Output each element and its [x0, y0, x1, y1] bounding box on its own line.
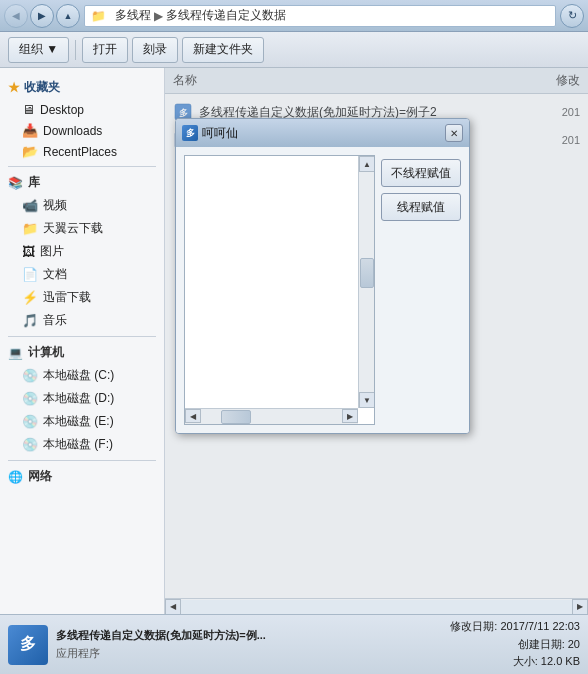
- modified-label: 修改日期:: [450, 620, 497, 632]
- organize-button[interactable]: 组织 ▼: [8, 37, 69, 63]
- sidebar-disk-d-label: 本地磁盘 (D:): [43, 390, 114, 407]
- sidebar-xunlei-label: 迅雷下载: [43, 289, 91, 306]
- dialog-icon: 多: [182, 125, 198, 141]
- sidebar-disk-f-label: 本地磁盘 (F:): [43, 436, 113, 453]
- dialog-title-label: 呵呵仙: [202, 125, 238, 142]
- sidebar-item-disk-d[interactable]: 💿 本地磁盘 (D:): [0, 387, 164, 410]
- status-modified: 修改日期: 2017/7/11 22:03: [450, 618, 580, 636]
- sidebar-desktop-label: Desktop: [40, 103, 84, 117]
- sidebar-divider3: [8, 460, 156, 461]
- forward-button[interactable]: ▶: [30, 4, 54, 28]
- up-button[interactable]: ▲: [56, 4, 80, 28]
- sidebar-computer-header[interactable]: 💻 计算机: [0, 341, 164, 364]
- nav-buttons: ◀ ▶ ▲: [4, 4, 80, 28]
- sidebar-network-header[interactable]: 🌐 网络: [0, 465, 164, 488]
- dialog-buttons: 不线程赋值 线程赋值: [381, 155, 461, 425]
- dialog-overlay: 多 呵呵仙 ✕ ▲ ▼ ◀: [165, 68, 588, 614]
- dialog-list-area[interactable]: ▲ ▼ ◀ ▶: [184, 155, 375, 425]
- dialog-title-text: 多 呵呵仙: [182, 125, 238, 142]
- sidebar-item-xunlei[interactable]: ⚡ 迅雷下载: [0, 286, 164, 309]
- sidebar-favorites-header[interactable]: ★ 收藏夹: [0, 76, 164, 99]
- btn-no-thread[interactable]: 不线程赋值: [381, 159, 461, 187]
- folder-icon-disk-d: 💿: [22, 391, 38, 406]
- folder-icon-xunlei: ⚡: [22, 290, 38, 305]
- status-file-icon: 多: [8, 625, 48, 665]
- sidebar-item-downloads[interactable]: 📥 Downloads: [0, 120, 164, 141]
- status-bar: 多 多线程传递自定义数据(免加延时方法)=例... 应用程序 修改日期: 201…: [0, 614, 588, 674]
- sidebar-divider1: [8, 166, 156, 167]
- sidebar-computer-label: 计算机: [28, 344, 64, 361]
- title-bar: ◀ ▶ ▲ 📁 多线程 ▶ 多线程传递自定义数据 ↻: [0, 0, 588, 32]
- sidebar-item-disk-c[interactable]: 💿 本地磁盘 (C:): [0, 364, 164, 387]
- breadcrumb-part2[interactable]: 多线程传递自定义数据: [166, 7, 286, 24]
- content-hscroll[interactable]: ◀ ▶: [165, 598, 588, 614]
- sidebar-network-label: 网络: [28, 468, 52, 485]
- sidebar-item-recent[interactable]: 📂 RecentPlaces: [0, 141, 164, 162]
- dialog-scrollbar-thumb-h[interactable]: [221, 410, 251, 424]
- back-button[interactable]: ◀: [4, 4, 28, 28]
- scroll-right-arrow[interactable]: ▶: [342, 409, 358, 423]
- modified-date: 2017/7/11 22:03: [500, 620, 580, 632]
- folder-icon-recent: 📂: [22, 144, 38, 159]
- sidebar-tianyi-label: 天翼云下载: [43, 220, 103, 237]
- scroll-left-arrow[interactable]: ◀: [185, 409, 201, 423]
- scroll-up-arrow[interactable]: ▲: [359, 156, 375, 172]
- sidebar-disk-c-label: 本地磁盘 (C:): [43, 367, 114, 384]
- breadcrumb-part1[interactable]: 多线程: [115, 7, 151, 24]
- folder-icon-disk-f: 💿: [22, 437, 38, 452]
- scroll-down-arrow[interactable]: ▼: [359, 392, 375, 408]
- new-folder-button[interactable]: 新建文件夹: [182, 37, 264, 63]
- sidebar-section-favorites: ★ 收藏夹 🖥 Desktop 📥 Downloads 📂 RecentPlac…: [0, 76, 164, 162]
- status-size: 大小: 12.0 KB: [450, 653, 580, 671]
- sidebar-library-header[interactable]: 📚 库: [0, 171, 164, 194]
- breadcrumb-arrow: ▶: [154, 9, 163, 23]
- dialog-scrollbar-vertical[interactable]: ▲ ▼: [358, 156, 374, 408]
- sidebar-item-disk-e[interactable]: 💿 本地磁盘 (E:): [0, 410, 164, 433]
- content-scroll-right[interactable]: ▶: [572, 599, 588, 615]
- dialog-title-bar: 多 呵呵仙 ✕: [176, 119, 469, 147]
- sidebar-item-docs[interactable]: 📄 文档: [0, 263, 164, 286]
- sidebar-video-label: 视频: [43, 197, 67, 214]
- toolbar: 组织 ▼ 打开 刻录 新建文件夹: [0, 32, 588, 68]
- folder-icon-disk-c: 💿: [22, 368, 38, 383]
- burn-button[interactable]: 刻录: [132, 37, 178, 63]
- sidebar-section-network: 🌐 网络: [0, 465, 164, 488]
- toolbar-sep1: [75, 40, 76, 60]
- sidebar-item-disk-f[interactable]: 💿 本地磁盘 (F:): [0, 433, 164, 456]
- status-dates: 修改日期: 2017/7/11 22:03 创建日期: 20 大小: 12.0 …: [450, 618, 580, 671]
- library-icon: 📚: [8, 176, 23, 190]
- folder-icon-desktop: 🖥: [22, 102, 35, 117]
- content-area: 名称 修改 多 多线程传递自定义数据(免加延时方法)=例子2 201: [165, 68, 588, 614]
- status-file-type: 应用程序: [56, 645, 442, 663]
- sidebar-item-desktop[interactable]: 🖥 Desktop: [0, 99, 164, 120]
- sidebar-section-computer: 💻 计算机 💿 本地磁盘 (C:) 💿 本地磁盘 (D:) 💿 本地磁盘 (E:…: [0, 341, 164, 456]
- sidebar-music-label: 音乐: [43, 312, 67, 329]
- dialog-window: 多 呵呵仙 ✕ ▲ ▼ ◀: [175, 118, 470, 434]
- sidebar-library-label: 库: [28, 174, 40, 191]
- sidebar-disk-e-label: 本地磁盘 (E:): [43, 413, 114, 430]
- status-file-title: 多线程传递自定义数据(免加延时方法)=例...: [56, 627, 442, 645]
- breadcrumb-sep1: [109, 9, 112, 23]
- folder-icon-pictures: 🖼: [22, 244, 35, 259]
- refresh-button[interactable]: ↻: [560, 4, 584, 28]
- sidebar-section-library: 📚 库 📹 视频 📁 天翼云下载 🖼 图片 📄 文档 ⚡ 迅雷下载: [0, 171, 164, 332]
- dialog-close-button[interactable]: ✕: [445, 124, 463, 142]
- dialog-scrollbar-thumb-v[interactable]: [360, 258, 374, 288]
- breadcrumb[interactable]: 📁 多线程 ▶ 多线程传递自定义数据: [84, 5, 556, 27]
- folder-icon-music: 🎵: [22, 313, 38, 328]
- created-label: 创建日期: 20: [518, 638, 580, 650]
- folder-icon-tianyi: 📁: [22, 221, 38, 236]
- sidebar-item-video[interactable]: 📹 视频: [0, 194, 164, 217]
- btn-thread[interactable]: 线程赋值: [381, 193, 461, 221]
- sidebar-item-music[interactable]: 🎵 音乐: [0, 309, 164, 332]
- sidebar-item-tianyi[interactable]: 📁 天翼云下载: [0, 217, 164, 240]
- dialog-scrollbar-horizontal[interactable]: ◀ ▶: [185, 408, 358, 424]
- folder-icon: 📁: [91, 9, 106, 23]
- folder-icon-downloads: 📥: [22, 123, 38, 138]
- content-scroll-left[interactable]: ◀: [165, 599, 181, 615]
- main-layout: ★ 收藏夹 🖥 Desktop 📥 Downloads 📂 RecentPlac…: [0, 68, 588, 614]
- status-created: 创建日期: 20: [450, 636, 580, 654]
- open-button[interactable]: 打开: [82, 37, 128, 63]
- sidebar-downloads-label: Downloads: [43, 124, 102, 138]
- sidebar-item-pictures[interactable]: 🖼 图片: [0, 240, 164, 263]
